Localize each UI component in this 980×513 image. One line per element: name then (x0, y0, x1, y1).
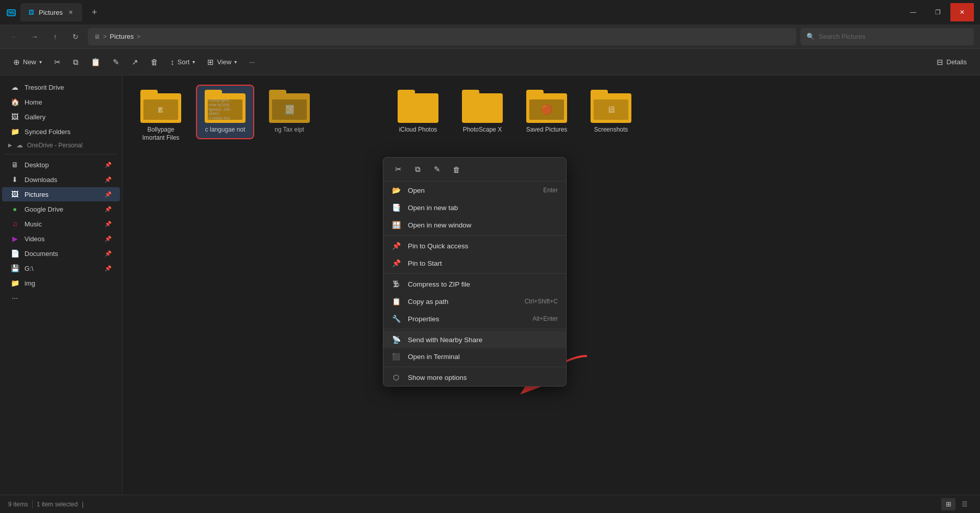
cm-pin-start[interactable]: 📌 Pin to Start (383, 254, 566, 272)
close-btn[interactable]: ✕ (950, 3, 974, 21)
refresh-btn[interactable]: ↻ (67, 29, 84, 45)
rename-icon: ✎ (113, 58, 119, 67)
cm-open-new-tab[interactable]: 📑 Open in new tab (383, 199, 566, 216)
folder-item-tax[interactable]: 🧾 ng Tax eipt (261, 86, 317, 138)
sidebar-item-g[interactable]: 💾 G:\ 📌 (2, 261, 120, 275)
copy-path-icon: 📋 (391, 297, 401, 305)
status-bar: 9 items 1 item selected | ⊞ ☰ (0, 495, 980, 513)
sidebar-item-googledrive[interactable]: ● Google Drive 📌 (2, 202, 120, 216)
folder-item-clanguage[interactable]: Using fgets...char s[100];fgets(s, 100, … (197, 86, 253, 138)
sidebar-item-label: G:\ (24, 265, 33, 272)
cm-properties[interactable]: 🔧 Properties Alt+Enter (383, 310, 566, 327)
share-btn[interactable]: ↗ (127, 53, 143, 71)
cm-open-terminal[interactable]: ⬛ Open in Terminal (383, 348, 566, 365)
new-btn[interactable]: ⊕ New ▾ (8, 53, 47, 71)
folder-item-icloud[interactable]: iCloud Photos (390, 86, 446, 138)
up-btn[interactable]: ↑ (47, 29, 63, 45)
pin-icon: 📌 (105, 162, 112, 168)
new-tab-btn[interactable]: + (86, 4, 103, 20)
main-tab[interactable]: 🖼 Pictures ✕ (20, 3, 82, 21)
cm-cut-btn[interactable]: ✂ (389, 162, 407, 177)
cm-more-options[interactable]: ⬡ Show more options (383, 369, 566, 386)
app-icon (6, 7, 16, 17)
folder-item-screenshots[interactable]: 🖥 Screenshots (583, 86, 639, 138)
sidebar-item-home[interactable]: 🏠 Home (2, 95, 120, 109)
sidebar-item-more[interactable]: ··· (2, 291, 120, 305)
drive-icon: 💾 (10, 264, 19, 272)
maximize-btn[interactable]: ❐ (926, 3, 949, 21)
copy-btn[interactable]: ⧉ (68, 53, 84, 71)
list-view-btn[interactable]: ☰ (958, 498, 972, 510)
sidebar-item-videos[interactable]: ▶ Videos 📌 (2, 232, 120, 246)
sidebar-item-pictures[interactable]: 🖼 Pictures 📌 (2, 187, 120, 201)
cm-open-window-label: Open in new window (408, 221, 472, 229)
pin-icon: 📌 (105, 206, 112, 213)
folder-icon: 🔴 (526, 90, 567, 123)
view-controls: ⊞ ☰ (941, 498, 972, 510)
sidebar-section-onedrive[interactable]: ▶ ☁ OneDrive - Personal (0, 139, 122, 151)
back-btn[interactable]: ← (6, 29, 22, 45)
pin-icon: 📌 (105, 265, 112, 272)
documents-icon: 📄 (10, 249, 19, 258)
cut-btn[interactable]: ✂ (49, 53, 66, 71)
forward-btn[interactable]: → (27, 29, 43, 45)
cm-toolbar: ✂ ⧉ ✎ 🗑 (383, 158, 566, 182)
cm-copy-btn[interactable]: ⧉ (409, 162, 426, 177)
more-btn[interactable]: ··· (244, 53, 260, 71)
tab-close-btn[interactable]: ✕ (67, 8, 75, 16)
folder-item-bollypage[interactable]: 📝 Bollypage Imortant Files (133, 86, 189, 146)
grid-view-btn[interactable]: ⊞ (941, 498, 955, 510)
folder-name: ng Tax eipt (275, 126, 304, 134)
cm-pin-quick[interactable]: 📌 Pin to Quick access (383, 237, 566, 254)
toolbar: ⊕ New ▾ ✂ ⧉ 📋 ✎ ↗ 🗑 ↕ Sort ▾ ⊞ View ▾ ··… (0, 49, 980, 75)
gallery-icon: 🖼 (10, 113, 19, 121)
tresorit-icon: ☁ (10, 83, 19, 91)
sidebar-item-downloads[interactable]: ⬇ Downloads 📌 (2, 172, 120, 187)
cm-open[interactable]: 📂 Open Enter (383, 182, 566, 199)
sidebar-item-img[interactable]: 📁 img (2, 276, 120, 290)
sidebar-item-tresorit[interactable]: ☁ Tresorit Drive (2, 80, 120, 94)
pin-icon: 📌 (105, 191, 112, 198)
item-selected: 1 item selected (37, 501, 78, 508)
cm-compress[interactable]: 🗜 Compress to ZIP file (383, 275, 566, 293)
pin-icon: 📌 (105, 176, 112, 183)
new-dropdown-icon: ▾ (39, 59, 42, 65)
folder-name: Bollypage Imortant Files (137, 126, 185, 142)
pictures-icon: 🖼 (10, 190, 19, 198)
sidebar-item-documents[interactable]: 📄 Documents 📌 (2, 246, 120, 261)
folder-item-saved-pictures[interactable]: 🔴 Saved Pictures (519, 86, 575, 138)
paste-btn[interactable]: 📋 (86, 53, 106, 71)
details-btn[interactable]: ⊟ Details (932, 53, 972, 71)
view-dropdown-icon: ▾ (234, 59, 237, 65)
breadcrumb[interactable]: 🖥 > Pictures > (88, 28, 796, 45)
pin-icon: 📌 (105, 250, 112, 257)
cm-compress-label: Compress to ZIP file (408, 280, 470, 288)
nearby-icon: 📡 (391, 336, 401, 344)
cm-copy-path[interactable]: 📋 Copy as path Ctrl+Shift+C (383, 293, 566, 310)
rename-btn[interactable]: ✎ (108, 53, 125, 71)
folder-item-photoscape[interactable]: PhotoScape X (454, 86, 510, 138)
search-icon: 🔍 (806, 33, 815, 40)
cm-delete-btn[interactable]: 🗑 (448, 162, 465, 177)
sidebar-item-synced[interactable]: 📁 Synced Folders (2, 124, 120, 139)
cm-rename-btn[interactable]: ✎ (428, 162, 446, 177)
cm-divider4 (383, 367, 566, 367)
minimize-btn[interactable]: — (901, 3, 925, 21)
breadcrumb-location: Pictures (110, 33, 134, 40)
cm-copy-path-shortcut: Ctrl+Shift+C (525, 298, 558, 305)
view-btn[interactable]: ⊞ View ▾ (202, 53, 242, 71)
sidebar-item-label: Home (24, 98, 42, 106)
sidebar-item-music[interactable]: ♫ Music 📌 (2, 217, 120, 231)
cm-open-new-window[interactable]: 🪟 Open in new window (383, 216, 566, 234)
folder-name: iCloud Photos (399, 126, 437, 134)
sidebar-item-label: Music (24, 220, 42, 228)
delete-btn[interactable]: 🗑 (145, 53, 163, 71)
search-box[interactable]: 🔍 Search Pictures (800, 28, 974, 45)
cm-divider2 (383, 273, 566, 274)
sidebar-item-desktop[interactable]: 🖥 Desktop 📌 (2, 158, 120, 172)
terminal-icon: ⬛ (391, 353, 401, 361)
sort-btn[interactable]: ↕ Sort ▾ (165, 53, 200, 71)
sidebar-item-gallery[interactable]: 🖼 Gallery (2, 110, 120, 124)
cm-nearby-share[interactable]: 📡 Send with Nearby Share (383, 331, 566, 348)
item-count: 9 items (8, 501, 28, 508)
